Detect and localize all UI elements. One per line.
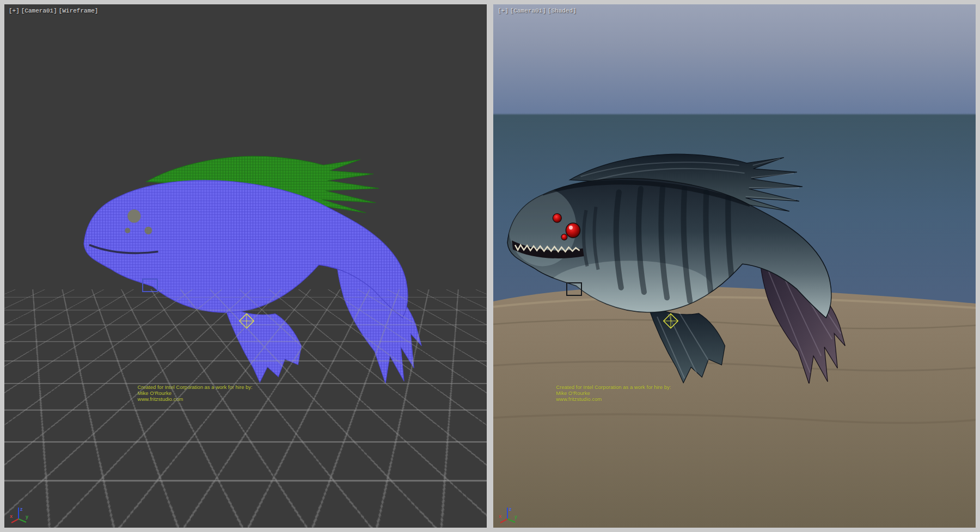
eye-medium [553,213,562,222]
axis-label-y: y [514,514,517,519]
box-helper[interactable] [566,282,582,296]
eye-large [127,209,140,222]
world-axis-tripod: z x y [499,505,518,524]
viewport-camera01-wireframe[interactable]: Created for Intel Corporation as a work … [4,4,487,528]
eye-small [125,228,130,233]
point-helper-icon[interactable] [238,313,255,329]
viewport-label: [+] [Camera01] [Wireframe] [9,8,100,14]
viewport-general-menu[interactable]: [+] [9,8,20,14]
axis-label-x: x [499,514,501,519]
pelvic-fin [647,304,725,382]
fish-model-wireframe[interactable] [81,151,430,383]
credit-line-2: Mike O'Rourke [138,390,253,396]
viewport-camera01-shaded[interactable]: Created for Intel Corporation as a work … [493,4,976,528]
axis-label-x: x [10,514,13,519]
world-axis-tripod: z x y [10,505,29,524]
point-helper-icon[interactable] [663,313,679,329]
scene-credit-text: Created for Intel Corporation as a work … [556,384,671,402]
credit-line-1: Created for Intel Corporation as a work … [138,384,253,390]
eye-large-glint [569,225,573,229]
viewport-layout: Created for Intel Corporation as a work … [0,0,980,532]
credit-line-2: Mike O'Rourke [556,390,671,396]
credit-line-1: Created for Intel Corporation as a work … [556,384,671,390]
viewport-pov-menu[interactable]: [Camera01] [510,8,546,14]
fish-model-shaded[interactable] [504,149,854,384]
viewport-pov-menu[interactable]: [Camera01] [21,8,57,14]
credit-line-3: www.fritzstudio.com [138,396,253,402]
pelvic-fin [224,305,302,383]
eye-large [566,223,580,238]
viewport-general-menu[interactable]: [+] [498,8,509,14]
eye-small [561,234,567,240]
eye-medium [144,227,152,234]
box-helper[interactable] [142,279,158,292]
scene-credit-text: Created for Intel Corporation as a work … [138,384,253,402]
axis-label-y: y [26,514,28,519]
credit-line-3: www.fritzstudio.com [556,396,671,402]
viewport-shading-menu[interactable]: [Shaded] [548,8,577,14]
viewport-shading-menu[interactable]: [Wireframe] [59,8,99,14]
viewport-label: [+] [Camera01] [Shaded] [498,8,578,14]
axis-label-z: z [20,506,23,512]
axis-label-z: z [509,506,512,512]
